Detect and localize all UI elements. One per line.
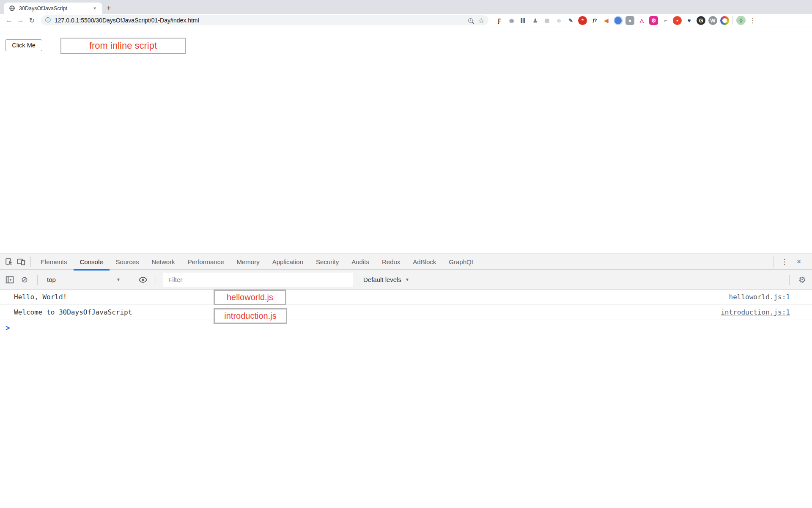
robot-icon[interactable]: ♟ [531,16,540,25]
inline-script-annotation: from inline script [60,38,186,54]
extensions-area: Ƒ◉▌▌♟▦☺✎*ƒ?◀●△⚙⌐▪♥GW [495,16,729,25]
devtools-tab-graphql[interactable]: GraphQL [442,254,481,270]
planet-icon[interactable] [614,16,623,25]
console-message-row: Hello, World! helloworld.js:1 [0,290,812,305]
console-sidebar-icon[interactable] [4,274,15,285]
devtools-tab-audits[interactable]: Audits [345,254,376,270]
steps-icon[interactable]: ⌐ [661,16,670,25]
font-ninja-icon[interactable]: Ƒ [495,16,504,25]
devtools-tabbar-right: ⋮ × [770,257,812,267]
devtools-panel: Elements Console Sources Network Perform… [0,254,812,508]
pause-bars-icon[interactable]: ▌▌ [519,16,528,25]
devtools-close-icon[interactable]: × [792,257,806,266]
lens-icon[interactable]: ◉ [507,16,516,25]
url-text[interactable]: 127.0.0.1:5500/30DaysOfJavaScript/01-Day… [55,17,464,24]
devtools-tab-redux[interactable]: Redux [376,254,406,270]
tab-title: 30DaysOfJavaScript [19,6,88,11]
address-bar[interactable]: ⓘ 127.0.0.1:5500/30DaysOfJavaScript/01-D… [41,15,488,25]
w-circle-icon[interactable]: W [708,16,717,25]
console-message-text: Welcome to 30DaysOfJavaScript [14,308,721,316]
bookmark-star-icon[interactable]: ☆ [478,17,484,25]
console-toolbar: ⊘ top ▼ Default levels ▼ ⚙ [0,270,812,290]
filter-input[interactable] [163,273,353,287]
devtools-tab-elements[interactable]: Elements [34,254,74,270]
devtools-tab-sources[interactable]: Sources [110,254,145,270]
toolbar-separator-4 [789,275,790,285]
helloworld-annotation: helloworld.js [214,290,286,305]
zoom-indicator-icon[interactable]: + [468,18,473,23]
browser-toolbar: ← → ↻ ⓘ 127.0.0.1:5500/30DaysOfJavaScrip… [0,14,812,27]
console-message-text: Hello, World! [14,293,729,301]
browser-tab[interactable]: 30DaysOfJavaScript × [4,3,102,14]
clear-console-icon[interactable]: ⊘ [19,274,30,285]
devtools-tab-security[interactable]: Security [310,254,345,270]
log-levels-label: Default levels [363,276,401,283]
reload-icon[interactable]: ↻ [26,15,38,26]
horn-icon[interactable]: ◀ [602,16,611,25]
devtools-tab-bar: Elements Console Sources Network Perform… [0,254,812,270]
context-selector-value: top [47,276,56,283]
chevron-down-icon: ▼ [405,277,409,282]
forward-icon[interactable]: → [15,15,26,26]
camera-icon[interactable]: ● [625,16,634,25]
log-levels-dropdown[interactable]: Default levels ▼ [363,276,409,283]
toolbar-separator [732,16,733,25]
color-picker-icon[interactable]: ✎ [566,16,575,25]
console-source-link[interactable]: helloworld.js:1 [729,293,790,301]
toolbar-separator-2 [130,275,130,285]
f-question-icon[interactable]: ƒ? [590,16,599,25]
g-circle-icon[interactable]: G [697,16,705,25]
toolbar-separator-1 [37,275,38,285]
console-messages: Hello, World! helloworld.js:1 Welcome to… [0,290,812,335]
console-prompt[interactable]: > [0,320,812,335]
back-icon[interactable]: ← [3,15,15,26]
profile-avatar[interactable]: {} [736,16,746,25]
live-expression-eye-icon[interactable] [137,274,148,285]
rainbow-icon[interactable] [720,16,729,25]
browser-menu-icon[interactable]: ⋮ [747,17,758,25]
prompt-chevron-icon: > [5,323,10,333]
tabbar-right-separator [774,257,774,267]
devtools-tab-console[interactable]: Console [74,254,110,270]
devtools-tab-adblock[interactable]: AdBlock [406,254,442,270]
tab-close-icon[interactable]: × [91,5,98,11]
devtools-tab-performance[interactable]: Performance [181,254,230,270]
introduction-annotation: introduction.js [214,308,287,324]
grid-icon[interactable]: ▦ [543,16,551,25]
tab-strip: 30DaysOfJavaScript × + [0,0,812,14]
new-tab-button[interactable]: + [102,3,115,14]
molecule-icon[interactable]: △ [637,16,646,25]
chevron-down-icon: ▼ [116,277,121,282]
face-icon[interactable]: ☺ [554,16,563,25]
toolbar-separator-3 [156,275,156,285]
heart-search-icon[interactable]: ♥ [685,16,694,25]
console-message-row: Welcome to 30DaysOfJavaScript introducti… [0,305,812,320]
device-toolbar-icon[interactable] [15,256,27,268]
context-selector[interactable]: top ▼ [45,276,123,283]
console-source-link[interactable]: introduction.js:1 [721,308,790,316]
devtools-tab-memory[interactable]: Memory [230,254,266,270]
devtools-tab-network[interactable]: Network [145,254,181,270]
page-content: Click Me from inline script [0,27,812,254]
devtools-tab-application[interactable]: Application [266,254,310,270]
inspect-element-icon[interactable] [3,256,15,268]
devtools-menu-icon[interactable]: ⋮ [777,257,792,266]
globe-favicon-icon [9,5,15,11]
record-icon[interactable]: ▪ [673,16,682,25]
console-settings-gear-icon[interactable]: ⚙ [797,274,808,285]
gear-box-icon[interactable]: ⚙ [649,16,658,25]
tabbar-separator [30,257,31,267]
click-me-button[interactable]: Click Me [5,39,42,51]
stop-hand-icon[interactable]: * [578,16,587,25]
site-info-icon[interactable]: ⓘ [45,17,51,24]
